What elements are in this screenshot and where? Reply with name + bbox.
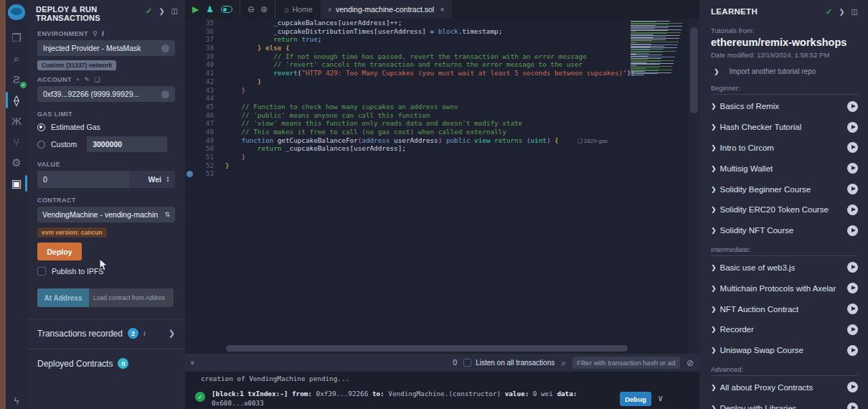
environment-settings-icon[interactable] (161, 44, 169, 52)
account-edit-icon[interactable]: ✎ (84, 76, 90, 83)
transaction-log-row[interactable]: ✓ [block:1 txIndex:-] from: 0xf39...9226… (185, 382, 699, 409)
tutorial-item[interactable]: ❯Basics of Remix (711, 96, 858, 117)
tutorial-item[interactable]: ❯Solidity Beginner Course (711, 179, 858, 199)
play-tutorial-icon[interactable] (847, 403, 858, 409)
git-icon[interactable]: ⑂ (6, 131, 27, 152)
tutorial-item[interactable]: ❯Multisig Wallet (711, 158, 858, 179)
tutorial-item[interactable]: ❯Basic use of web3.js (711, 258, 858, 278)
unit-stepper-icon[interactable]: ▲▼ (166, 176, 170, 183)
remix-logo[interactable] (8, 4, 25, 20)
play-tutorial-icon[interactable] (847, 324, 858, 335)
tutorial-item[interactable]: ❯All about Proxy Contracts (711, 377, 858, 398)
tutorial-item[interactable]: ❯Hash Checker Tutorial (711, 117, 858, 138)
deployed-contracts-drawer[interactable]: Deployed Contracts 0 (27, 349, 185, 377)
editor-vertical-scrollbar[interactable] (688, 19, 699, 354)
play-tutorial-icon[interactable] (847, 262, 858, 273)
play-tutorial-icon[interactable] (847, 304, 858, 314)
publish-ipfs-checkbox[interactable] (37, 267, 46, 276)
tutorial-item[interactable]: ❯Deploy with Libraries (711, 398, 858, 409)
debug-button[interactable]: Debug (620, 392, 651, 406)
transactions-expand-icon[interactable]: ❯ (169, 329, 175, 338)
code-line-42: 42 } (185, 77, 699, 86)
tutorial-item[interactable]: ❯Intro to Circom (711, 138, 858, 159)
solidity-compiler-icon[interactable]: Ƨ✓ (6, 69, 27, 90)
at-address-button[interactable]: At Address (37, 288, 89, 307)
terminal-logs[interactable]: creation of VendingMachine pending... ✓ … (185, 372, 699, 409)
tab-active-file[interactable]: ⬨ vending-machine-contract.sol × (321, 0, 451, 19)
environment-select[interactable]: Injected Provider - MetaMask (37, 40, 175, 56)
play-tutorial-icon[interactable] (847, 204, 858, 215)
plugin-manager-icon[interactable]: ▣ (6, 173, 27, 194)
at-address-input[interactable] (89, 288, 174, 307)
play-tutorial-icon[interactable] (847, 225, 858, 236)
tab-home[interactable]: ⌂ Home (275, 0, 321, 19)
terminal-count: 0 (453, 359, 458, 367)
terminal-clear-icon[interactable]: ⊘ (687, 358, 694, 368)
play-tutorial-icon[interactable] (847, 142, 858, 153)
editor-minimap[interactable] (631, 20, 687, 75)
expand-chevron-icon: ❯ (711, 144, 717, 151)
learneth-collapse-icon[interactable]: ❯ (839, 8, 844, 16)
play-tutorial-icon[interactable] (847, 283, 858, 293)
learneth-panel: LEARNETH ✓ ❯ ◫ Tutorials from: ethereum/… (699, 0, 868, 409)
panel-title: DEPLOY & RUN TRANSACTIONS (36, 5, 129, 22)
contract-select[interactable]: VendingMachine - vending-machin ⇅ (37, 207, 175, 222)
play-tutorial-icon[interactable] (847, 101, 858, 112)
learneth-pin-icon[interactable]: ◫ (852, 8, 858, 16)
run-script-icon[interactable]: ▶ (192, 4, 199, 14)
tutorial-item[interactable]: ❯Recorder (711, 319, 858, 340)
import-tutorial-link[interactable]: ❯ Import another tutorial repo (711, 67, 858, 75)
code-line-40: 40 // 'revert' cancels the transaction a… (185, 60, 699, 69)
assistant-icon[interactable]: ♟ (206, 4, 214, 14)
home-icon: ⌂ (284, 5, 288, 14)
estimated-gas-radio[interactable] (37, 123, 45, 131)
panel-collapse-icon[interactable]: ❯ (159, 7, 164, 15)
play-tutorial-icon[interactable] (847, 163, 858, 174)
play-tutorial-icon[interactable] (847, 382, 858, 392)
play-tutorial-icon[interactable] (847, 122, 858, 133)
transactions-info-icon[interactable]: i (143, 329, 146, 337)
settings-icon[interactable]: ⚙ (6, 152, 27, 173)
tutorial-item[interactable]: ❯Multichain Protocols with Axelar (711, 278, 858, 298)
debugger-icon[interactable]: Ж (6, 111, 27, 131)
code-line-36: 36 _cupcakeDistributionTimes[userAddress… (185, 27, 699, 36)
account-add-icon[interactable]: + (76, 76, 80, 83)
listen-checkbox[interactable] (463, 359, 471, 367)
file-explorer-icon[interactable]: ❐ (6, 27, 27, 48)
vertical-scrollbar-thumb[interactable] (690, 27, 698, 113)
contract-select-arrow-icon: ⇅ (164, 211, 170, 218)
compiled-check-badge: ✓ (20, 82, 27, 88)
code-line-52: 52} (185, 161, 699, 170)
transactions-recorded-drawer[interactable]: Transactions recorded 2 i ❯ (27, 319, 185, 347)
tutorial-item[interactable]: ❯Solidity ERC20 Token Course (711, 199, 858, 220)
tutorial-item[interactable]: ❯Uniswap Swap Course (711, 340, 858, 361)
tutorial-item[interactable]: ❯NFT Auction Contract (711, 298, 858, 319)
code-editor[interactable]: 35 _cupcakeBalances[userAddress]++;36 _c… (185, 19, 699, 354)
value-input[interactable] (37, 171, 129, 188)
environment-info-icon[interactable]: i (102, 29, 104, 37)
value-unit-select[interactable]: Wei ▲▼ (129, 171, 175, 188)
close-tab-icon[interactable]: × (440, 5, 444, 14)
terminal-filter-input[interactable] (572, 357, 680, 369)
zoom-out-icon[interactable]: ⊖ (247, 4, 255, 14)
account-select[interactable]: 0xf39...92266 (9999.99929... (37, 86, 175, 102)
environment-plug-icon[interactable]: ⚲ (93, 30, 98, 37)
search-icon[interactable]: ⌕ (6, 48, 27, 69)
custom-gas-radio[interactable] (37, 141, 45, 149)
play-tutorial-icon[interactable] (847, 184, 858, 194)
account-copy-icon[interactable]: ❏ (94, 76, 100, 83)
toggle-icon[interactable] (221, 6, 232, 13)
code-line-47: 47 // 'view' means this function only re… (185, 119, 699, 128)
plug-icon[interactable]: ϟ (6, 395, 27, 406)
zoom-in-icon[interactable]: ⊕ (260, 4, 268, 14)
log-expand-icon[interactable]: ∨ (658, 393, 663, 403)
tutorial-item[interactable]: ❯Solidity NFT Course (711, 220, 858, 241)
deploy-button[interactable]: Deploy (37, 243, 82, 260)
horizontal-scrollbar-thumb[interactable] (226, 345, 628, 352)
play-tutorial-icon[interactable] (847, 345, 858, 356)
account-circle-icon[interactable] (161, 90, 169, 98)
custom-gas-input[interactable] (87, 136, 167, 152)
deploy-and-run-icon[interactable]: ⟠ (6, 90, 27, 111)
panel-pin-icon[interactable]: ◫ (171, 7, 178, 15)
terminal-collapse-icon[interactable]: » (189, 361, 197, 365)
